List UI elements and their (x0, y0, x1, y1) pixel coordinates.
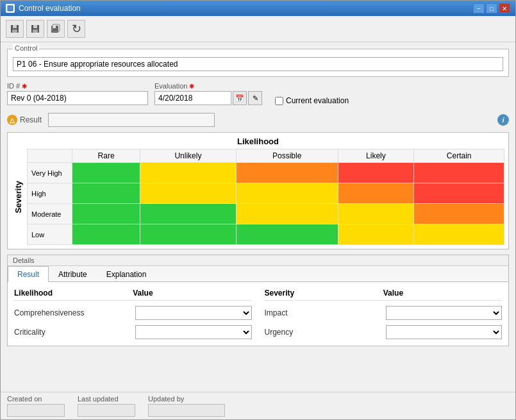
severity-col-header: Severity Value (265, 289, 503, 301)
impact-select[interactable] (386, 306, 502, 320)
cell-low-likely[interactable] (338, 224, 414, 245)
tab-content: Likelihood Value Comprehensiveness Criti… (8, 282, 508, 346)
cell-veryhigh-likely[interactable] (338, 163, 414, 183)
minimize-button[interactable]: − (473, 3, 485, 13)
cell-high-unlikely[interactable] (140, 183, 237, 204)
cell-veryhigh-certain[interactable] (414, 163, 504, 183)
last-updated-value (78, 404, 135, 417)
criticality-label: Criticality (14, 328, 130, 337)
cell-low-rare[interactable] (72, 224, 140, 245)
main-window: Control evaluation − □ ✕ + ↻ Control (0, 0, 516, 420)
matrix-row-moderate: Moderate (28, 204, 504, 224)
tab-explanation[interactable]: Explanation (97, 266, 156, 282)
save-button-3[interactable] (47, 20, 65, 38)
matrix-table-wrap: Rare Unlikely Possible Likely Certain Ve… (27, 149, 504, 245)
matrix-container: Severity Rare Unlikely Possible Likely C… (12, 149, 504, 245)
footer-bar: Created on Last updated Updated by (1, 392, 515, 419)
urgency-label: Urgency (265, 328, 381, 337)
current-evaluation-checkbox[interactable] (275, 97, 283, 105)
evaluation-label: Evaluation ✱ (154, 82, 262, 90)
cell-veryhigh-possible[interactable] (236, 163, 338, 183)
created-on-value (7, 404, 65, 417)
toolbar: + ↻ (1, 16, 515, 42)
cell-veryhigh-rare[interactable] (72, 163, 140, 183)
cell-moderate-likely[interactable] (338, 204, 414, 224)
calendar-button[interactable]: 📅 (233, 91, 247, 105)
matrix-row-low: Low (28, 224, 504, 245)
cell-veryhigh-unlikely[interactable] (140, 163, 237, 183)
row-label-low: Low (28, 224, 72, 245)
value-header-2: Value (383, 289, 502, 298)
comprehensiveness-select[interactable] (135, 306, 251, 320)
matrix-row-high: High (28, 183, 504, 204)
date-row: 📅 ✎ (154, 91, 262, 105)
evaluation-required-star: ✱ (189, 83, 194, 90)
matrix-section: Likelihood Severity Rare Unlikely Possib… (7, 132, 509, 249)
control-label: Control (13, 44, 39, 52)
current-evaluation-label: Current evaluation (286, 96, 349, 105)
cell-low-certain[interactable] (414, 224, 504, 245)
criticality-row: Criticality (14, 325, 252, 339)
criticality-select[interactable] (135, 325, 251, 339)
evaluation-date-input[interactable] (154, 91, 231, 105)
tabs: Result Attribute Explanation (8, 266, 508, 282)
cell-high-likely[interactable] (338, 183, 414, 204)
title-controls: − □ ✕ (473, 3, 510, 13)
window-icon (6, 4, 15, 13)
details-label: Details (8, 255, 508, 266)
result-row: △ Result i (7, 113, 509, 127)
value-header-1: Value (133, 289, 251, 298)
created-on-field: Created on (7, 395, 65, 417)
refresh-button[interactable]: ↻ (67, 20, 85, 38)
cell-high-possible[interactable] (236, 183, 338, 204)
likelihood-col-header: Likelihood Value (14, 289, 252, 301)
tab-result[interactable]: Result (8, 266, 49, 282)
details-section: Details Result Attribute Explanation Lik… (7, 255, 509, 346)
cell-low-possible[interactable] (236, 224, 338, 245)
matrix-header-rare: Rare (72, 149, 140, 163)
cell-low-unlikely[interactable] (140, 224, 237, 245)
updated-by-value (148, 404, 225, 417)
comprehensiveness-label: Comprehensiveness (14, 308, 130, 317)
maximize-button[interactable]: □ (486, 3, 497, 13)
id-input[interactable] (7, 91, 148, 105)
matrix-header-certain: Certain (414, 149, 504, 163)
svg-rect-2 (13, 25, 17, 28)
close-button[interactable]: ✕ (499, 3, 510, 13)
svg-rect-3 (12, 29, 17, 33)
cell-moderate-possible[interactable] (236, 204, 338, 224)
tab-attribute[interactable]: Attribute (49, 266, 97, 282)
severity-header: Severity (265, 289, 383, 298)
severity-col: Severity Value Impact Urgency (265, 289, 503, 339)
control-input[interactable] (13, 57, 503, 71)
cell-moderate-certain[interactable] (414, 204, 504, 224)
result-input (48, 113, 215, 127)
last-updated-field: Last updated (78, 395, 135, 417)
urgency-select[interactable] (386, 325, 502, 339)
edit-button[interactable]: ✎ (248, 91, 262, 105)
save-button-1[interactable] (6, 20, 24, 38)
window-title: Control evaluation (19, 4, 81, 13)
cell-moderate-unlikely[interactable] (140, 204, 237, 224)
info-icon[interactable]: i (497, 114, 509, 126)
cell-moderate-rare[interactable] (72, 204, 140, 224)
current-eval-row: Current evaluation (275, 96, 349, 105)
cell-high-certain[interactable] (414, 183, 504, 204)
title-bar-left: Control evaluation (6, 4, 81, 13)
main-content: Control ID # ✱ Evaluation ✱ 📅 (1, 42, 515, 392)
svg-rect-0 (8, 6, 13, 11)
save-button-2[interactable]: + (26, 20, 44, 38)
result-label-text: Result (20, 115, 42, 124)
row-label-veryhigh: Very High (28, 163, 72, 183)
id-field-item: ID # ✱ (7, 82, 148, 105)
title-bar: Control evaluation − □ ✕ (1, 1, 515, 16)
matrix-header-likely: Likely (338, 149, 414, 163)
svg-rect-9 (53, 26, 56, 28)
result-label-group: △ Result (7, 115, 42, 125)
svg-rect-5 (33, 25, 37, 28)
cell-high-rare[interactable] (72, 183, 140, 204)
updated-by-field: Updated by (148, 395, 225, 417)
impact-label: Impact (265, 308, 381, 317)
matrix-row-veryhigh: Very High (28, 163, 504, 183)
control-field-group: Control (7, 49, 509, 77)
